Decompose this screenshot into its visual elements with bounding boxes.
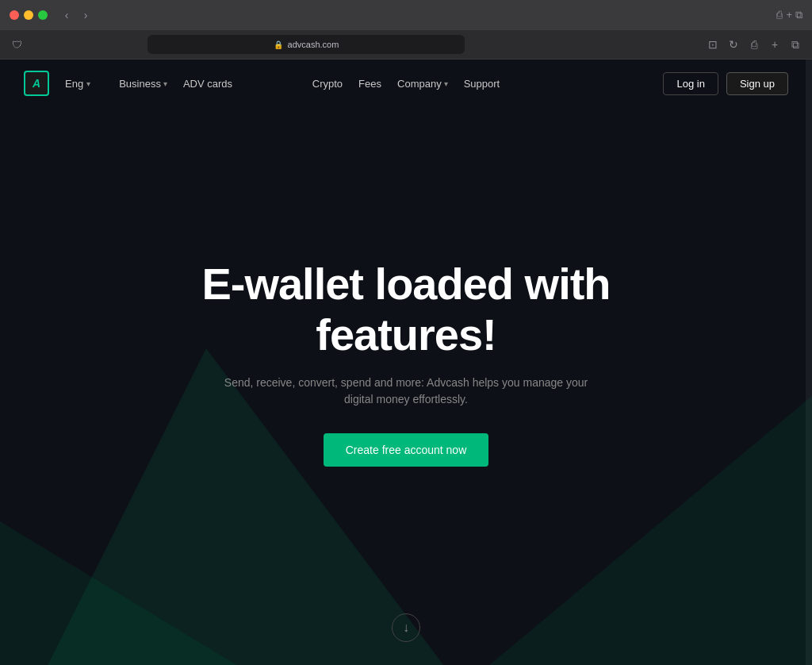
cta-button[interactable]: Create free account now [324,433,489,467]
website-content: A Eng ▾ Business ▾ ADV cards Crypto Fees [0,60,812,665]
shield-icon: 🛡 [10,37,24,52]
scroll-arrow-icon: ↓ [403,621,409,635]
share-icon[interactable]: ⎙ [776,9,783,21]
lock-icon: 🔒 [274,40,283,49]
site-navigation: A Eng ▾ Business ▾ ADV cards Crypto Fees [0,60,812,107]
window-controls: ⎙ + ⧉ [776,9,802,21]
tabs-icon[interactable]: ⧉ [795,9,802,21]
nav-link-support[interactable]: Support [464,78,500,90]
scroll-down-indicator[interactable]: ↓ [392,613,420,642]
nav-link-crypto[interactable]: Crypto [312,78,343,90]
refresh-icon[interactable]: ↻ [726,38,741,51]
logo-icon: A [24,71,49,96]
logo[interactable]: A [24,71,49,96]
cast-icon[interactable]: ⊡ [706,38,720,51]
login-button[interactable]: Log in [663,72,718,95]
share-toolbar-icon[interactable]: ⎙ [747,38,761,51]
close-button[interactable] [10,10,19,20]
new-tab-icon[interactable]: + [786,9,792,21]
nav-link-company[interactable]: Company ▾ [397,78,448,90]
browser-titlebar: ‹ › ⎙ + ⧉ [0,0,812,30]
hero-section: E-wallet loaded with features! Send, rec… [0,60,812,665]
browser-chrome: ‹ › ⎙ + ⧉ 🛡 🔒 advcash.com ⊡ ↻ ⎙ + ⧉ [0,0,812,60]
company-chevron-icon: ▾ [444,79,448,88]
nav-auth-buttons: Log in Sign up [663,72,788,95]
nav-center-links: Crypto Fees Company ▾ Support [312,78,500,90]
forward-button[interactable]: › [78,7,94,23]
business-chevron-icon: ▾ [163,79,167,88]
browser-toolbar: 🛡 🔒 advcash.com ⊡ ↻ ⎙ + ⧉ [0,30,812,59]
lang-label: Eng [65,78,83,90]
nav-buttons: ‹ › [59,7,94,23]
more-icon[interactable]: ⧉ [788,38,802,52]
language-selector[interactable]: Eng ▾ [65,78,90,90]
traffic-lights [10,10,48,20]
hero-subtitle: Send, receive, convert, spend and more: … [216,375,596,408]
nav-link-fees[interactable]: Fees [358,78,381,90]
add-bookmark-icon[interactable]: + [768,38,782,51]
logo-letter: A [33,77,40,90]
scrollbar[interactable] [806,60,812,665]
nav-link-adv-cards[interactable]: ADV cards [183,78,232,90]
toolbar-right: ⊡ ↻ ⎙ + ⧉ [706,38,802,52]
lang-chevron-icon: ▾ [86,79,90,88]
signup-button[interactable]: Sign up [726,72,788,95]
nav-link-business[interactable]: Business ▾ [119,78,167,90]
url-text: advcash.com [288,40,339,49]
maximize-button[interactable] [38,10,48,20]
back-button[interactable]: ‹ [59,7,75,23]
minimize-button[interactable] [24,10,33,20]
hero-title: E-wallet loaded with features! [152,259,660,361]
address-bar[interactable]: 🔒 advcash.com [147,35,465,54]
